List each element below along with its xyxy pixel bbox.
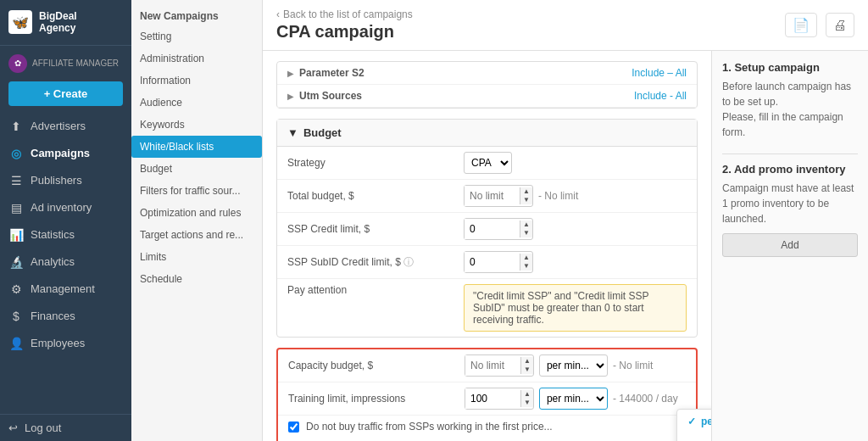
create-button[interactable]: + Create [8,81,123,106]
top-params-section: ▶ Parameter S2 Include – All ▶ Utm Sourc… [276,61,698,109]
step2-title: 2. Add promo inventory [722,163,858,176]
ssp-subid-row: SSP SubID Credit limit, $ ⓘ ▲ ▼ [277,246,697,279]
sidebar-item-label: Finances [31,310,75,322]
capacity-label: Capacity budget, $ [288,360,458,371]
add-inventory-button[interactable]: Add [722,233,858,257]
copy-button[interactable]: 📄 [785,13,817,37]
capacity-up[interactable]: ▲ [521,357,533,366]
capacity-per-select[interactable]: per min... per hour per day [539,354,608,377]
checkbox1-row: Do not buy traffic from SSPs working in … [278,416,696,438]
subnav-item-filters[interactable]: Filters for traffic sour... [131,180,262,202]
dropdown-per-hour[interactable]: per hour [677,433,711,441]
budget-collapse-arrow: ▼ [287,126,298,139]
step1-block: 1. Setup campaign Before launch campaign… [722,61,858,140]
header-left: ‹ Back to the list of campaigns CPA camp… [276,8,413,42]
check-icon: ✓ [687,416,696,427]
step1-title: 1. Setup campaign [722,61,858,74]
sidebar-item-management[interactable]: ⚙ Management [0,276,131,303]
utm-sources-row[interactable]: ▶ Utm Sources Include - All [277,85,697,108]
logout-icon: ↩ [8,421,18,434]
param-s2-arrow: ▶ [287,69,294,78]
strategy-control: CPA CPM CPC [464,152,687,174]
strategy-select[interactable]: CPA CPM CPC [464,152,512,174]
capacity-section: Capacity budget, $ ▲ ▼ per min... [276,348,698,441]
subnav-item-information[interactable]: Information [131,70,262,92]
ad-inventory-icon: ▤ [8,201,24,215]
utm-arrow: ▶ [287,92,294,101]
ssp-subid-input[interactable] [465,252,520,272]
training-down[interactable]: ▼ [521,399,533,407]
total-budget-control: ▲ ▼ - No limit [464,185,687,207]
capacity-control: ▲ ▼ per min... per hour per day - No lim [465,354,686,377]
subnav-item-target[interactable]: Target actions and re... [131,224,262,246]
training-input[interactable] [465,388,520,409]
ssp-subid-label: SSP SubID Credit limit, $ ⓘ [287,255,457,270]
subnav-item-setting[interactable]: Setting [131,25,262,47]
training-up[interactable]: ▲ [521,390,533,399]
breadcrumb-arrow: ‹ [276,8,280,20]
total-budget-note: - No limit [538,190,578,202]
budget-section-title: Budget [303,126,342,139]
subnav-item-optimization[interactable]: Optimization and rules [131,202,262,224]
param-s2-row[interactable]: ▶ Parameter S2 Include – All [277,62,697,85]
sidebar-item-finances[interactable]: $ Finances [0,303,131,330]
subnav-item-keywords[interactable]: Keywords [131,114,262,136]
sidebar: 🦋 BigDeal Agency ✿ AFFILIATE MANAGER + C… [0,0,131,441]
capacity-down[interactable]: ▼ [521,366,533,374]
sidebar-item-label: Campaigns [31,147,90,159]
management-icon: ⚙ [8,282,24,296]
breadcrumb[interactable]: ‹ Back to the list of campaigns [276,8,413,20]
checkbox1[interactable] [288,421,299,433]
total-budget-input[interactable] [465,186,520,206]
ssp-credit-row: SSP Credit limit, $ ▲ ▼ [277,213,697,246]
sidebar-item-employees[interactable]: 👤 Employees [0,330,131,357]
total-budget-down[interactable]: ▼ [520,196,532,204]
advertisers-icon: ⬆ [8,120,24,133]
total-budget-up[interactable]: ▲ [520,187,532,196]
subnav-item-schedule[interactable]: Schedule [131,268,262,290]
sidebar-item-advertisers[interactable]: ⬆ Advertisers [0,113,131,140]
ssp-credit-control: ▲ ▼ [464,218,687,240]
step2-text: Campaign must have at least 1 promo inve… [722,181,858,226]
capacity-input-wrapper: ▲ ▼ [465,354,534,377]
training-note: - 144000 / day [613,393,678,405]
total-budget-row: Total budget, $ ▲ ▼ - No limit [277,180,697,213]
employees-icon: 👤 [8,337,24,350]
campaigns-icon: ◎ [8,147,24,160]
step-divider [722,154,858,154]
subnav-item-administration[interactable]: Administration [131,47,262,70]
subnav: New Campaigns Setting Administration Inf… [131,0,263,441]
sidebar-item-ad-inventory[interactable]: ▤ Ad inventory [0,194,131,221]
subnav-item-whiteblacklists[interactable]: White/Black lists [131,136,262,158]
ssp-subid-spinners: ▲ ▼ [520,254,532,271]
print-button[interactable]: 🖨 [826,13,854,37]
capacity-note: - No limit [613,360,653,371]
sidebar-item-publishers[interactable]: ☰ Publishers [0,167,131,194]
subnav-item-limits[interactable]: Limits [131,246,262,268]
ssp-subid-down[interactable]: ▼ [520,262,532,271]
capacity-input[interactable] [465,355,520,376]
sidebar-item-campaigns[interactable]: ◎ Campaigns [0,140,131,167]
dropdown-per-minute[interactable]: ✓ per minute [677,410,711,433]
ssp-credit-spinners: ▲ ▼ [520,220,532,237]
sidebar-item-label: Publishers [31,174,82,187]
ssp-credit-input[interactable] [465,219,520,239]
ssp-credit-up[interactable]: ▲ [520,220,532,229]
training-control: ▲ ▼ per min... per hour per day - 144000… [465,388,686,410]
subnav-item-audience[interactable]: Audience [131,92,262,114]
finances-icon: $ [8,310,24,323]
utm-value: Include - All [634,90,687,102]
logout-item[interactable]: ↩ Log out [0,414,131,441]
sidebar-item-statistics[interactable]: 📊 Statistics [0,221,131,248]
strategy-row: Strategy CPA CPM CPC [277,147,697,180]
capacity-spinners: ▲ ▼ [520,357,533,374]
budget-section: ▼ Budget Strategy CPA CPM CPC [276,119,698,338]
training-row: Training limit, impressions ▲ ▼ per min.… [278,382,696,416]
ssp-credit-down[interactable]: ▼ [520,229,532,237]
sidebar-item-analytics[interactable]: 🔬 Analytics [0,248,131,276]
budget-section-header[interactable]: ▼ Budget [277,120,697,147]
ssp-subid-up[interactable]: ▲ [520,254,532,262]
ssp-subid-input-wrapper: ▲ ▼ [464,251,533,273]
training-per-select[interactable]: per min... per hour per day [539,388,608,410]
subnav-item-budget[interactable]: Budget [131,158,262,180]
